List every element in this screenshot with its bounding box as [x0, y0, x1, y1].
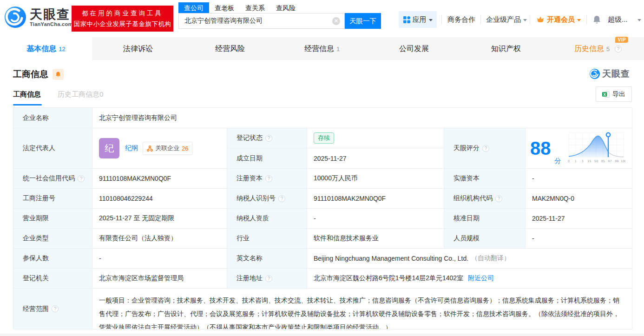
menu-divider	[480, 15, 481, 24]
tab-legal-litigation[interactable]: 法律诉讼	[92, 37, 184, 60]
field-value-score: 88 分 0	[526, 128, 632, 169]
field-label-score: 天眼评分?	[444, 128, 526, 169]
search-tabs: 查公司 查老板 查关系 查风险	[178, 2, 381, 13]
tab-history-info-label: 历史信息	[574, 44, 604, 54]
help-icon[interactable]: ?	[495, 195, 502, 202]
field-label-org-code: 组织机构代码?	[444, 189, 526, 209]
tab-legal-litigation-label: 法律诉讼	[123, 44, 153, 54]
vip-badge: VIP	[615, 37, 628, 43]
field-label-reg-number: 工商注册号	[13, 189, 92, 209]
app-grid-icon	[403, 16, 410, 23]
field-value-taxpayer-quality: -	[307, 209, 444, 229]
bell-icon	[592, 15, 602, 25]
field-label-reg-status: 登记状态?	[227, 128, 307, 148]
active-tab-indicator	[13, 104, 42, 105]
section-title: 工商信息	[13, 68, 48, 80]
business-cooperation-menu[interactable]: 商务合作	[447, 11, 475, 28]
subtab-history-business-info[interactable]: 历史工商信息0	[58, 90, 103, 100]
clear-search-icon[interactable]: ✕	[332, 17, 340, 25]
help-icon[interactable]: ?	[265, 275, 272, 282]
field-label-insured-count: 参保人数	[13, 249, 92, 269]
help-icon[interactable]: ?	[52, 305, 59, 312]
svg-text:97: 97	[608, 159, 611, 163]
legal-rep-avatar[interactable]: 纪	[99, 138, 119, 158]
help-icon[interactable]: ?	[265, 135, 272, 142]
field-label-establish-date: 成立日期	[227, 148, 307, 169]
field-value-staff-size: -	[526, 229, 632, 249]
field-value-industry: 软件和信息技术服务业	[307, 229, 444, 249]
field-label-approval-date: 核准日期	[444, 209, 526, 229]
search-input[interactable]	[179, 13, 344, 28]
crown-icon	[536, 16, 545, 23]
field-value-business-term: 2025-11-27 至 无固定期限	[92, 209, 227, 229]
svg-text:100: 100	[620, 159, 625, 163]
search-tab-relation[interactable]: 查关系	[240, 2, 270, 13]
menu-divider	[441, 15, 442, 24]
field-value-reg-capital: 10000万人民币	[307, 169, 444, 189]
score-distribution-chart: 0 1 3 15 50 85 97 99 100	[565, 131, 625, 165]
search-tab-company[interactable]: 查公司	[178, 2, 209, 13]
tab-history-info[interactable]: 历史信息 5 ? VIP	[552, 37, 644, 60]
chevron-down-icon	[637, 19, 641, 21]
svg-text:85: 85	[601, 159, 605, 163]
excel-icon: X	[602, 91, 610, 98]
svg-text:99: 99	[615, 159, 618, 163]
export-button[interactable]: X 导出	[596, 86, 632, 102]
tianyancha-logo[interactable]: 天眼查 TianYanCha.com	[5, 7, 73, 28]
help-icon[interactable]: ?	[615, 46, 622, 53]
watermark-logo: 天眼查	[590, 68, 630, 80]
auto-translate-note: （自动翻译）	[471, 254, 510, 263]
field-label-business-scope: 经营范围?	[13, 289, 92, 329]
field-label-legal-rep: 法定代表人	[13, 128, 92, 169]
business-cooperation-label: 商务合作	[447, 15, 475, 24]
search-button[interactable]: 天眼一下	[345, 13, 381, 29]
search-tab-risk[interactable]: 查风险	[270, 2, 301, 13]
business-info-table: 企业名称 北京宁创管理咨询有限公司 法定代表人 纪 纪纲 关联企业 26 登记状…	[13, 107, 632, 329]
vip-membership-menu[interactable]: 开通会员	[536, 11, 581, 28]
field-value-legal-rep: 纪 纪纲 关联企业 26	[92, 128, 227, 169]
search-tab-boss[interactable]: 查老板	[209, 2, 240, 13]
tab-company-development[interactable]: 公司发展	[368, 37, 460, 60]
subtab-business-info-label: 工商信息	[13, 90, 41, 98]
search-area: 查公司 查老板 查关系 查风险 ✕ 天眼一下	[178, 2, 381, 29]
tab-history-info-count: 5	[606, 46, 610, 53]
tab-basic-info-count: 12	[59, 46, 65, 53]
svg-text:3: 3	[581, 159, 583, 163]
field-value-company-type: 有限责任公司（法人独资）	[92, 229, 227, 249]
field-label-business-term: 营业期限	[13, 209, 92, 229]
help-icon[interactable]: ?	[265, 175, 272, 182]
tab-basic-info[interactable]: 基本信息 12	[0, 37, 92, 60]
subtab-business-info[interactable]: 工商信息	[13, 90, 41, 100]
field-value-org-code: MAK2MN0Q-0	[526, 189, 632, 209]
subscribe-bell-button[interactable]	[53, 69, 64, 80]
enterprise-products-menu[interactable]: 企业级产品	[486, 11, 527, 28]
field-value-credit-code: 91110108MAK2MN0Q0F	[92, 169, 227, 189]
field-value-reg-authority: 北京市海淀区市场监督管理局	[92, 269, 227, 289]
tab-operation-risk[interactable]: 经营风险	[184, 37, 276, 60]
tab-operation-info[interactable]: 经营信息 1	[276, 37, 368, 60]
field-label-reg-address: 注册地址?	[227, 269, 307, 289]
chevron-down-icon	[429, 19, 433, 21]
field-value-company-name: 北京宁创管理咨询有限公司	[92, 108, 632, 128]
subtab-history-label: 历史工商信息0	[58, 90, 103, 98]
user-account-caret[interactable]	[637, 11, 641, 28]
status-badge: 存续	[314, 132, 334, 144]
apps-menu[interactable]: 应用	[399, 11, 437, 28]
svg-text:50: 50	[594, 159, 598, 163]
legal-rep-link[interactable]: 纪纲	[125, 144, 138, 152]
related-companies-badge[interactable]: 关联企业 26	[143, 142, 192, 155]
field-label-taxpayer-quality: 纳税人资质	[227, 209, 307, 229]
slogan-line1: 都在用的商业查询工具	[72, 8, 173, 19]
help-icon[interactable]: ?	[78, 175, 85, 182]
field-label-company-type: 企业类型	[13, 229, 92, 249]
tab-intellectual-property[interactable]: 知识产权	[460, 37, 552, 60]
nearby-companies-link[interactable]: 附近公司	[468, 274, 494, 283]
svg-text:1: 1	[574, 159, 576, 163]
subtabs-row: 工商信息 历史工商信息0 X 导出	[13, 90, 644, 100]
field-value-paid-capital: -	[526, 169, 632, 189]
svg-text:0: 0	[567, 159, 569, 163]
help-icon[interactable]: ?	[482, 145, 489, 152]
user-account-menu[interactable]: 超级...	[608, 11, 628, 28]
help-icon[interactable]: ?	[278, 195, 285, 202]
tab-operation-info-count: 1	[336, 46, 340, 53]
